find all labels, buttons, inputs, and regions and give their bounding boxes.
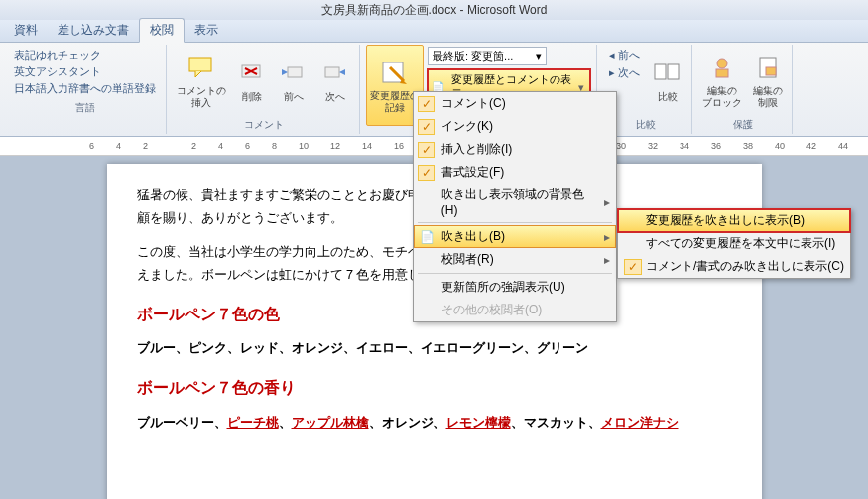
group-label: 言語 [75, 99, 95, 117]
svg-point-9 [717, 59, 727, 68]
checkbox-icon: ✓ [418, 165, 435, 181]
heading[interactable]: ボールペン７色の香り [137, 374, 732, 403]
menu-other-reviewers: その他の校閲者(O) [414, 299, 616, 321]
btn-restrict-editing[interactable]: 編集の 制限 [748, 45, 788, 116]
svg-rect-5 [325, 67, 339, 77]
menu-highlight-updates[interactable]: 更新箇所の強調表示(U) [414, 276, 616, 299]
prev-icon: ◂ [609, 49, 615, 61]
paragraph[interactable]: ブルーベリー、ピーチ桃、アップル林檎、オレンジ、レモン檸檬、マスカット、メロン洋… [137, 411, 732, 434]
group-label: 比較 [636, 116, 656, 134]
ribbon-tabs: 資料 差し込み文書 校閲 表示 [0, 20, 868, 43]
menu-formatting[interactable]: ✓書式設定(F) [414, 161, 616, 184]
menu-balloons[interactable]: 📄吹き出し(B)▸ [414, 225, 616, 248]
next-icon: ▸ [609, 66, 615, 78]
submenu-comments-only[interactable]: ✓コメント/書式のみ吹き出しに表示(C) [618, 255, 850, 278]
tab-review[interactable]: 校閲 [139, 18, 185, 43]
show-markup-menu: ✓コメント(C) ✓インク(K) ✓挿入と削除(I) ✓書式設定(F) 吹き出し… [413, 91, 617, 322]
submenu-show-in-balloons[interactable]: 変更履歴を吹き出しに表示(B) [618, 209, 850, 232]
track-changes-icon [379, 57, 411, 88]
tab-shiryo[interactable]: 資料 [4, 19, 48, 42]
tab-view[interactable]: 表示 [185, 19, 228, 42]
delete-comment-icon [236, 58, 268, 89]
menu-insertions-deletions[interactable]: ✓挿入と削除(I) [414, 138, 616, 161]
btn-next-change[interactable]: ▸ 次へ [605, 64, 644, 81]
tracked-insert: レモン檸檬 [446, 415, 511, 430]
btn-spellcheck[interactable]: 表記ゆれチェック [10, 47, 160, 63]
checkbox-icon: ✓ [418, 96, 435, 112]
chevron-right-icon: ▸ [604, 253, 610, 267]
checkbox-icon: ✓ [624, 259, 642, 275]
svg-rect-10 [716, 69, 728, 77]
group-language: 表記ゆれチェック 英文アシスタント 日本語入力辞書への単語登録 言語 [4, 45, 167, 134]
group-label: コメント [244, 116, 284, 134]
separator [418, 273, 612, 274]
svg-rect-8 [668, 64, 679, 79]
comment-icon [186, 52, 217, 83]
checkbox-icon: ✓ [418, 142, 435, 158]
svg-rect-0 [189, 58, 211, 71]
title-bar: 文房具新商品の企画.docx - Microsoft Word [0, 0, 868, 20]
balloon-icon: 📄 [418, 229, 435, 245]
svg-rect-12 [766, 67, 776, 75]
btn-delete-comment[interactable]: 削除 [232, 45, 272, 116]
checkbox-icon: ✓ [418, 119, 435, 135]
menu-balloon-bg[interactable]: 吹き出し表示領域の背景色(H)▸ [414, 184, 616, 220]
menu-ink[interactable]: ✓インク(K) [414, 115, 616, 138]
separator [418, 222, 612, 223]
menu-comments[interactable]: ✓コメント(C) [414, 92, 616, 115]
svg-rect-7 [655, 64, 666, 79]
group-protect: 編集の ブロック 編集の 制限 保護 [694, 45, 793, 134]
restrict-icon [752, 52, 784, 83]
btn-prev-comment[interactable]: 前へ [274, 45, 313, 116]
block-icon [706, 52, 738, 83]
btn-block-authors[interactable]: 編集の ブロック [698, 45, 746, 116]
svg-rect-4 [288, 67, 302, 77]
menu-reviewers[interactable]: 校閲者(R)▸ [414, 248, 616, 271]
btn-compare[interactable]: 比較 [648, 45, 687, 116]
submenu-show-inline[interactable]: すべての変更履歴を本文中に表示(I) [618, 232, 850, 255]
tracked-insert: メロン洋ナシ [601, 415, 679, 430]
tracked-insert: ピーチ桃 [227, 415, 279, 430]
btn-english-assist[interactable]: 英文アシスタント [10, 63, 160, 80]
chevron-right-icon: ▸ [604, 230, 610, 244]
tracked-insert: アップル林檎 [292, 415, 369, 430]
btn-insert-comment[interactable]: コメントの 挿入 [173, 45, 230, 116]
chevron-right-icon: ▸ [604, 195, 610, 209]
paragraph[interactable]: ブルー、ピンク、レッド、オレンジ、イエロー、イエローグリーン、グリーン [137, 336, 732, 359]
tracking-display-dropdown[interactable]: 最終版: 変更箇...▾ [428, 47, 547, 65]
group-label: 保護 [733, 116, 753, 134]
btn-dict-register[interactable]: 日本語入力辞書への単語登録 [10, 80, 160, 97]
prev-icon [278, 58, 310, 89]
chevron-down-icon: ▾ [536, 50, 542, 62]
next-icon [319, 58, 351, 89]
tab-mailmerge[interactable]: 差し込み文書 [48, 19, 139, 42]
balloons-submenu: 変更履歴を吹き出しに表示(B) すべての変更履歴を本文中に表示(I) ✓コメント… [617, 208, 851, 279]
compare-icon [652, 58, 683, 89]
btn-previous-change[interactable]: ◂ 前へ [605, 47, 644, 63]
group-comments: コメントの 挿入 削除 前へ 次へ コメント [169, 45, 360, 134]
btn-next-comment[interactable]: 次へ [315, 45, 355, 116]
